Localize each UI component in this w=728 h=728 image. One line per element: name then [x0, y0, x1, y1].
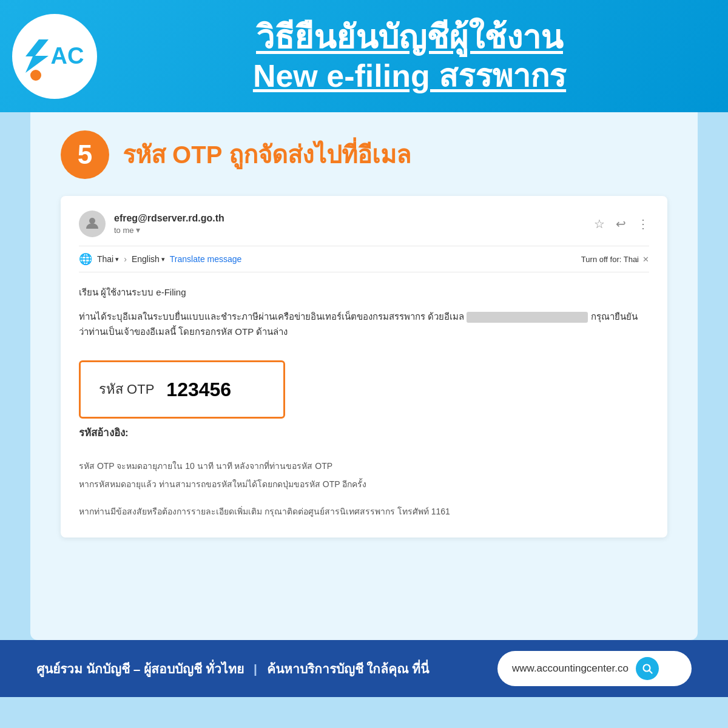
ref-code-label: รหัสอ้างอิง:	[79, 425, 649, 442]
from-lang-button[interactable]: Thai ▾	[97, 254, 119, 264]
footer-url-box[interactable]: www.accountingcenter.co	[497, 651, 692, 686]
header-title-thai: วิธียืนยันบัญชีผู้ใช้งาน	[115, 18, 704, 57]
email-paragraph: ท่านได้ระบุอีเมลในระบบยื่นแบบและชำระภาษี…	[79, 309, 649, 340]
paragraph-text: ท่านได้ระบุอีเมลในระบบยื่นแบบและชำระภาษี…	[79, 311, 464, 322]
logo: AC	[12, 14, 97, 99]
from-lang-chevron-icon: ▾	[115, 255, 119, 263]
sender-avatar	[79, 211, 106, 237]
sender-email: efreg@rdserver.rd.go.th	[114, 213, 224, 224]
footer-text2: ค้นหาบริการบัญชี ใกล้คุณ ที่นี่	[267, 662, 430, 676]
footer: ศูนย์รวม นักบัญชี – ผู้สอบบัญชี ทั่วไทย …	[0, 640, 728, 697]
otp-label: รหัส OTP	[99, 378, 154, 400]
header: AC วิธียืนยันบัญชีผู้ใช้งาน New e-filing…	[0, 0, 728, 112]
translate-bar: 🌐 Thai ▾ › English ▾ Translate message T…	[79, 246, 649, 272]
email-header-row: efreg@rdserver.rd.go.th to me ▾ ☆ ↩ ⋮	[79, 211, 649, 246]
from-lang-label: Thai	[97, 254, 113, 264]
translate-message-link[interactable]: Translate message	[170, 254, 242, 264]
turn-off-close-icon[interactable]: ✕	[642, 255, 649, 264]
footer-url-text: www.accountingcenter.co	[512, 662, 629, 675]
otp-expiry-note: รหัส OTP จะหมดอายุภายใน 10 นาที นาที หลั…	[79, 459, 649, 473]
sender-info: efreg@rdserver.rd.go.th to me ▾	[114, 213, 224, 235]
email-sender-row: efreg@rdserver.rd.go.th to me ▾	[79, 211, 224, 237]
otp-renew-note: หากรหัสหมดอายุแล้ว ท่านสามารถขอรหัสใหม่ไ…	[79, 477, 649, 491]
svg-point-1	[89, 218, 95, 224]
footer-search-icon[interactable]	[636, 657, 659, 680]
email-action-buttons[interactable]: ☆ ↩ ⋮	[594, 217, 649, 231]
logo-ac-text: AC	[51, 43, 84, 69]
to-lang-chevron-icon: ▾	[161, 255, 165, 263]
turn-off-text: Turn off for: Thai	[581, 255, 639, 264]
sender-to: to me ▾	[114, 225, 224, 235]
translate-left: 🌐 Thai ▾ › English ▾ Translate message	[79, 252, 241, 266]
header-text-block: วิธียืนยันบัญชีผู้ใช้งาน New e-filing สร…	[115, 18, 704, 95]
logo-dot	[30, 70, 41, 81]
email-greeting: เรียน ผู้ใช้งานระบบ e-Filing	[79, 285, 649, 300]
email-panel: efreg@rdserver.rd.go.th to me ▾ ☆ ↩ ⋮ 🌐 …	[61, 196, 667, 538]
star-icon[interactable]: ☆	[594, 217, 605, 231]
to-chevron-icon: ▾	[136, 225, 140, 235]
svg-marker-0	[25, 39, 49, 73]
to-lang-label: English	[132, 254, 160, 264]
translate-icon: 🌐	[79, 252, 92, 266]
logo-inner: AC	[25, 39, 84, 73]
avatar-person-icon	[85, 217, 99, 231]
svg-line-3	[649, 671, 652, 673]
reply-icon[interactable]: ↩	[616, 217, 626, 231]
translate-arrow: ›	[124, 254, 127, 264]
step-title: รหัส OTP ถูกจัดส่งไปที่อีเมล	[123, 135, 411, 174]
turn-off-label: Turn off for: Thai ✕	[581, 255, 649, 264]
logo-bolt-icon	[25, 39, 49, 73]
footer-text1: ศูนย์รวม นักบัญชี – ผู้สอบบัญชี ทั่วไทย	[36, 662, 244, 676]
otp-box: รหัส OTP 123456	[79, 360, 285, 419]
footer-text: ศูนย์รวม นักบัญชี – ผู้สอบบัญชี ทั่วไทย …	[36, 659, 429, 679]
main-content: 5 รหัส OTP ถูกจัดส่งไปที่อีเมล efreg@rds…	[30, 112, 698, 640]
search-glass-icon	[642, 663, 653, 674]
step-number-badge: 5	[61, 130, 109, 179]
footer-pipe: |	[254, 662, 257, 676]
otp-code: 123456	[166, 373, 231, 406]
more-options-icon[interactable]: ⋮	[637, 217, 649, 231]
to-label: to me	[114, 226, 134, 235]
header-title-english: New e-filing สรรพากร	[115, 57, 704, 95]
blurred-email	[467, 312, 588, 323]
to-lang-button[interactable]: English ▾	[132, 254, 165, 264]
step-header: 5 รหัส OTP ถูกจัดส่งไปที่อีเมล	[61, 130, 667, 179]
email-body: เรียน ผู้ใช้งานระบบ e-Filing ท่านได้ระบุ…	[79, 285, 649, 518]
email-contact-note: หากท่านมีข้อสงสัยหรือต้องการรายละเอียดเพ…	[79, 505, 649, 518]
